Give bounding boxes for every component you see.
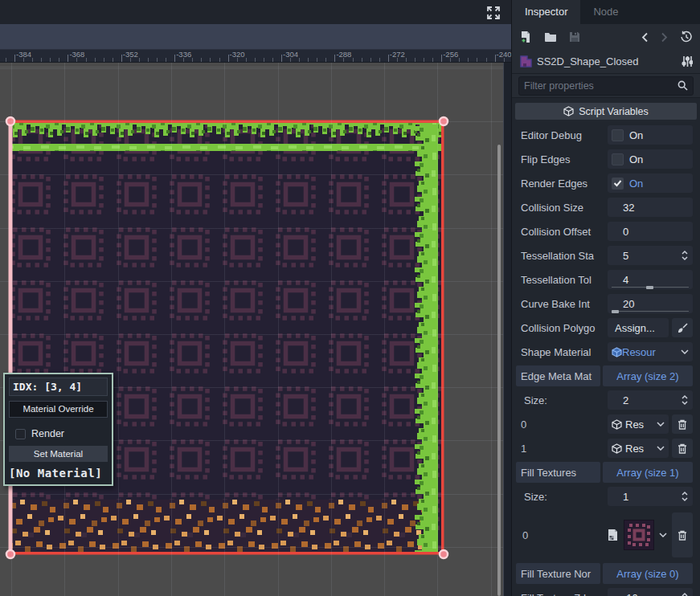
history-back-icon[interactable] [641, 32, 649, 43]
shape-material-resource[interactable]: Resour [608, 342, 693, 361]
flip-edges-checkbox[interactable]: On [608, 149, 693, 169]
spinner-updown-icon[interactable] [681, 394, 689, 406]
collision-size-field[interactable]: 32 [608, 198, 693, 217]
render-checkbox[interactable] [15, 429, 26, 439]
ruler-tick [246, 58, 247, 62]
curve-bake-interval-slider[interactable]: 20 [608, 294, 693, 313]
viewport-topbar [0, 0, 511, 24]
tab-inspector[interactable]: Inspector [512, 0, 580, 24]
cube-icon [563, 106, 574, 116]
viewport-toolbar-band [0, 24, 511, 50]
resource-name[interactable]: SS2D_Shape_Closed [537, 55, 677, 67]
texture-element-row: 0 [512, 508, 700, 561]
fill-textures-array-button[interactable]: Array (size 1) [603, 462, 693, 483]
ruler-tick [183, 58, 184, 62]
ruler-tick [14, 55, 15, 62]
element-1-resource[interactable]: Res [608, 439, 669, 458]
resource-cube-icon [612, 347, 622, 357]
slider-grabber[interactable] [646, 286, 653, 289]
edge-material-popup: IDX: [3, 4] Material Override Render Set… [3, 373, 113, 486]
delete-element-button[interactable] [672, 439, 693, 458]
spinner-updown-icon[interactable] [681, 592, 689, 596]
script-variables-header[interactable]: Script Variables [515, 103, 697, 120]
tools-icon[interactable] [682, 55, 693, 67]
ruler-tick [121, 55, 122, 62]
property-fill-texture-z-index: Fill Texture Z I -10 [512, 586, 700, 596]
texture-thumbnail[interactable] [624, 520, 654, 550]
collision-offset-field[interactable]: 0 [608, 222, 693, 241]
ruler-tick [388, 55, 389, 62]
material-override-button[interactable]: Material Override [9, 401, 108, 418]
ruler-tick [139, 58, 140, 62]
resource-cube-icon [612, 419, 622, 430]
trash-icon [677, 443, 687, 454]
spinner-updown-icon[interactable] [681, 250, 689, 261]
edge-meta-materials-array-button[interactable]: Array (size 2) [603, 365, 693, 386]
pick-node-button[interactable] [672, 318, 693, 337]
property-curve-bake-interval: Curve Bake Int 20 [512, 292, 700, 316]
ruler-tick [486, 58, 487, 62]
set-material-button[interactable]: Set Material [9, 446, 108, 462]
ruler-tick [299, 58, 300, 62]
slider-track[interactable] [612, 311, 689, 312]
property-flip-edges: Flip Edges On [512, 147, 700, 171]
slider-grabber[interactable] [612, 310, 619, 313]
ruler-tick [264, 58, 264, 62]
property-collision-offset: Collision Offset 0 [512, 219, 700, 243]
chevron-down-icon[interactable] [657, 422, 665, 427]
property-shape-material: Shape Material Resour [512, 340, 700, 364]
filter-row [512, 74, 700, 98]
ruler-tick [379, 58, 380, 62]
trash-icon [677, 419, 687, 430]
property-fill-textures: Fill Textures Array (size 1) [512, 460, 700, 484]
ruler-tick [23, 58, 24, 62]
save-icon[interactable] [569, 31, 580, 43]
popup-idx-title: IDX: [3, 4] [9, 378, 108, 396]
delete-element-button[interactable] [672, 512, 693, 557]
new-resource-icon[interactable] [519, 31, 532, 43]
resource-cube-icon [612, 443, 622, 454]
object-history-icon[interactable] [680, 31, 693, 43]
tessellation-stages-spinbox[interactable]: 5 [608, 246, 693, 265]
ruler-tick [353, 58, 354, 62]
image-texture-icon [607, 529, 619, 541]
chevron-down-icon[interactable] [681, 349, 689, 354]
ruler-tick [68, 55, 68, 62]
ss2d-shape[interactable] [4, 115, 451, 561]
array-size-row: Size: 2 [512, 388, 700, 412]
checkbox-icon[interactable] [612, 129, 624, 141]
expand-icon[interactable] [485, 5, 501, 21]
ruler-tick [192, 58, 193, 62]
ruler-tick [317, 58, 317, 62]
assign-nodepath-button[interactable]: Assign... [608, 318, 669, 337]
ruler-tick [477, 58, 477, 62]
array-size-spinbox[interactable]: 1 [608, 487, 693, 506]
tab-node[interactable]: Node [580, 0, 631, 24]
property-editor-debug: Editor Debug On [512, 123, 700, 147]
ruler-tick [308, 58, 309, 62]
render-edges-checkbox[interactable]: On [608, 173, 693, 193]
vertical-scrollbar[interactable] [497, 145, 501, 596]
delete-element-button[interactable] [672, 414, 693, 434]
shape-fill [10, 121, 444, 554]
fill-texture-z-index-spinbox[interactable]: -10 [608, 588, 693, 596]
ruler-tick [174, 55, 175, 62]
ruler-tick [272, 58, 273, 62]
editor-debug-checkbox[interactable]: On [608, 125, 693, 145]
element-0-resource[interactable]: Res [608, 414, 669, 434]
load-folder-icon[interactable] [544, 31, 557, 43]
chevron-down-icon[interactable] [657, 446, 665, 451]
fill-texture-normals-array-button[interactable]: Array (size 0) [603, 563, 693, 584]
spinner-updown-icon[interactable] [681, 491, 689, 502]
ruler-tick [397, 58, 398, 62]
ruler-tick [504, 58, 505, 62]
history-forward-icon[interactable] [661, 32, 668, 43]
render-checkbox-label: Render [31, 428, 64, 439]
array-size-spinbox[interactable]: 2 [608, 390, 693, 410]
checkbox-checked-icon[interactable] [612, 178, 624, 190]
canvas-2d[interactable]: IDX: [3, 4] Material Override Render Set… [0, 63, 504, 596]
tessellation-tolerance-slider[interactable]: 4 [608, 270, 693, 289]
filter-properties-input[interactable] [524, 80, 677, 92]
chevron-down-icon[interactable] [659, 533, 667, 537]
checkbox-icon[interactable] [612, 153, 624, 165]
